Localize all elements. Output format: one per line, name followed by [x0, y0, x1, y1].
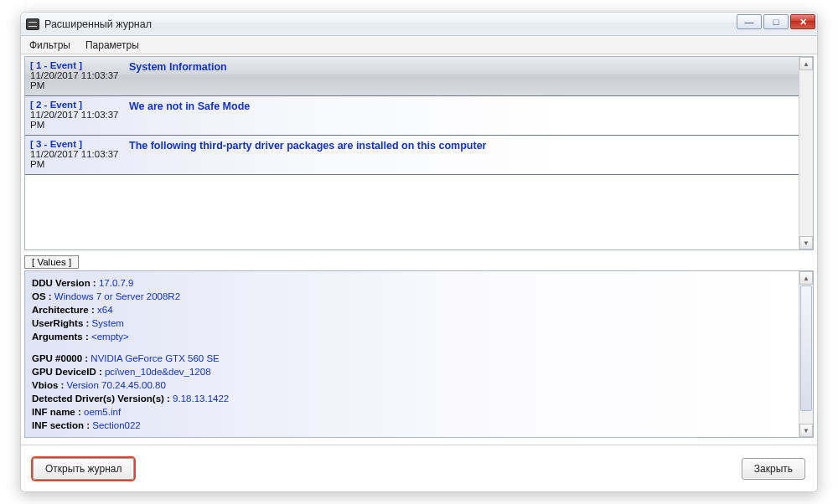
event-tag: [ 3 - Event ]: [30, 139, 129, 149]
value-row: Vbios : Version 70.24.45.00.80: [32, 378, 792, 392]
value-key: Architecture :: [32, 305, 95, 315]
value-key: INF section :: [32, 420, 90, 430]
values-panel: DDU Version : 17.0.7.9OS : Windows 7 or …: [24, 270, 814, 438]
close-dialog-button[interactable]: Закрыть: [742, 458, 805, 480]
event-meta: [ 2 - Event ]11/20/2017 11:03:37 PM: [30, 100, 129, 130]
value-key: Arguments :: [32, 332, 89, 342]
values-scrollbar[interactable]: ▲ ▼: [799, 271, 813, 437]
scroll-up-icon[interactable]: ▲: [799, 271, 813, 285]
open-log-button[interactable]: Открыть журнал: [33, 458, 134, 480]
close-button[interactable]: ✕: [790, 14, 815, 29]
scrollbar-thumb[interactable]: [800, 285, 812, 411]
event-tag: [ 1 - Event ]: [30, 60, 129, 70]
value-val: System: [92, 318, 124, 328]
value-row: DDU Version : 17.0.7.9: [32, 276, 792, 290]
menubar: Фильтры Параметры: [21, 36, 817, 54]
value-val: x64: [97, 305, 113, 315]
value-val: 9.18.13.1422: [173, 393, 229, 404]
value-key: OS :: [32, 291, 52, 301]
event-list-scrollbar[interactable]: ▲ ▼: [799, 57, 813, 249]
value-row: UserRights : System: [32, 316, 792, 330]
footer: Открыть журнал Закрыть: [21, 445, 817, 491]
value-key: Detected Driver(s) Version(s) :: [32, 393, 170, 404]
window-title: Расширенный журнал: [44, 18, 152, 30]
value-val: pci\ven_10de&dev_1208: [105, 367, 211, 377]
event-meta: [ 3 - Event ]11/20/2017 11:03:37 PM: [30, 139, 129, 169]
maximize-button[interactable]: □: [763, 14, 789, 29]
value-val: <empty>: [91, 332, 129, 342]
value-key: INF name :: [32, 407, 81, 417]
value-key: GPU #0000 :: [32, 353, 88, 363]
minimize-button[interactable]: —: [737, 14, 762, 29]
event-list: [ 1 - Event ]11/20/2017 11:03:37 PMSyste…: [24, 56, 814, 250]
scroll-down-icon[interactable]: ▼: [799, 424, 813, 437]
event-message: System Information: [129, 60, 227, 73]
value-key: DDU Version :: [32, 278, 96, 288]
titlebar[interactable]: Расширенный журнал — □ ✕: [21, 13, 817, 36]
value-row: GPU #0000 : NVIDIA GeForce GTX 560 SE: [32, 352, 792, 365]
menu-filters[interactable]: Фильтры: [26, 38, 74, 53]
value-row: INF section : Section022: [32, 419, 792, 432]
event-message: We are not in Safe Mode: [129, 100, 250, 112]
event-tag: [ 2 - Event ]: [30, 100, 129, 110]
event-row[interactable]: [ 1 - Event ]11/20/2017 11:03:37 PMSyste…: [25, 57, 799, 96]
app-icon: [26, 18, 39, 30]
event-row[interactable]: [ 2 - Event ]11/20/2017 11:03:37 PMWe ar…: [25, 96, 799, 136]
value-row: Architecture : x64: [32, 303, 792, 316]
menu-parameters[interactable]: Параметры: [82, 38, 142, 53]
value-row: INF name : oem5.inf: [32, 405, 792, 419]
value-val: oem5.inf: [84, 407, 121, 417]
event-message: The following third-party driver package…: [129, 139, 486, 152]
value-val: NVIDIA GeForce GTX 560 SE: [91, 353, 219, 363]
value-key: Vbios :: [32, 380, 64, 390]
value-val: Windows 7 or Server 2008R2: [54, 291, 180, 301]
window-frame: Расширенный журнал — □ ✕ Фильтры Парамет…: [20, 12, 818, 492]
scroll-down-icon[interactable]: ▼: [799, 236, 813, 249]
values-label: [ Values ]: [24, 255, 79, 269]
window-controls: — □ ✕: [735, 14, 815, 29]
value-key: UserRights :: [32, 318, 89, 328]
value-val: Version 70.24.45.00.80: [67, 380, 166, 390]
value-row: GPU DeviceID : pci\ven_10de&dev_1208: [32, 365, 792, 378]
event-timestamp: 11/20/2017 11:03:37 PM: [30, 110, 129, 130]
value-row: Detected Driver(s) Version(s) : 9.18.13.…: [32, 392, 792, 405]
value-key: GPU DeviceID :: [32, 367, 102, 377]
value-row: Arguments : <empty>: [32, 330, 792, 343]
event-row[interactable]: [ 3 - Event ]11/20/2017 11:03:37 PMThe f…: [25, 136, 799, 175]
value-val: 17.0.7.9: [99, 278, 134, 288]
event-timestamp: 11/20/2017 11:03:37 PM: [30, 149, 129, 169]
event-timestamp: 11/20/2017 11:03:37 PM: [30, 70, 129, 90]
values-header: [ Values ]: [24, 255, 814, 269]
value-val: Section022: [92, 420, 141, 430]
scroll-up-icon[interactable]: ▲: [799, 57, 813, 70]
value-row: OS : Windows 7 or Server 2008R2: [32, 290, 792, 303]
event-meta: [ 1 - Event ]11/20/2017 11:03:37 PM: [30, 60, 129, 90]
